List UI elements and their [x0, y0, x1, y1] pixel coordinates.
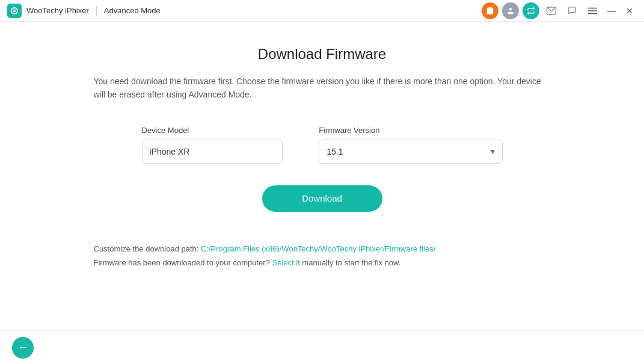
title-bar-right: — ✕ [482, 2, 637, 19]
bottom-bar: ← [0, 330, 644, 364]
footer-line-1: Customize the download path: C:/Program … [94, 242, 551, 256]
minimize-btn[interactable]: — [604, 4, 619, 18]
chat-icon-btn[interactable] [563, 2, 580, 19]
select-it-link[interactable]: Select it [272, 258, 300, 267]
back-arrow-icon: ← [17, 341, 28, 354]
back-button[interactable]: ← [12, 337, 34, 359]
mail-icon-btn[interactable] [543, 2, 560, 19]
upgrade-icon-btn[interactable] [523, 2, 539, 19]
device-model-label: Device Model [142, 126, 283, 135]
footer-text: Customize the download path: C:/Program … [94, 242, 551, 270]
page-title: Download Firmware [258, 46, 386, 63]
firmware-select-wrapper: 15.1 15.0 14.8 14.7 ▼ [319, 140, 502, 164]
firmware-version-label: Firmware Version [319, 126, 502, 135]
form-row: Device Model Firmware Version 15.1 15.0 … [142, 126, 503, 164]
app-name: WooTechy iPhixer [26, 6, 89, 15]
footer-line-1-prefix: Customize the download path: [94, 244, 201, 253]
title-bar-mode: Advanced Mode [104, 6, 161, 15]
close-btn[interactable]: ✕ [622, 4, 637, 18]
footer-line-2: Firmware has been downloaded to your com… [94, 256, 551, 270]
firmware-path-link[interactable]: C:/Program Files (x86)/WooTechy/WooTechy… [201, 244, 435, 253]
main-content: Download Firmware You need download the … [0, 22, 644, 330]
app-logo [7, 4, 22, 18]
title-bar: WooTechy iPhixer Advanced Mode [0, 0, 644, 22]
device-model-input[interactable] [142, 140, 283, 164]
title-bar-divider [96, 6, 97, 16]
svg-point-3 [509, 7, 512, 10]
firmware-version-select[interactable]: 15.1 15.0 14.8 14.7 [319, 140, 502, 164]
svg-point-1 [13, 10, 16, 12]
menu-icon-btn[interactable] [584, 2, 601, 19]
user-icon-btn[interactable] [502, 2, 519, 19]
cart-icon-btn[interactable] [482, 2, 498, 19]
device-model-group: Device Model [142, 126, 283, 164]
footer-line-2-prefix: Firmware has been downloaded to your com… [94, 258, 272, 267]
page-description: You need download the firmware first. Ch… [94, 75, 551, 102]
firmware-version-group: Firmware Version 15.1 15.0 14.8 14.7 ▼ [319, 126, 502, 164]
footer-line-2-suffix: manually to start the fix now. [300, 258, 401, 267]
download-button[interactable]: Download [262, 185, 382, 212]
